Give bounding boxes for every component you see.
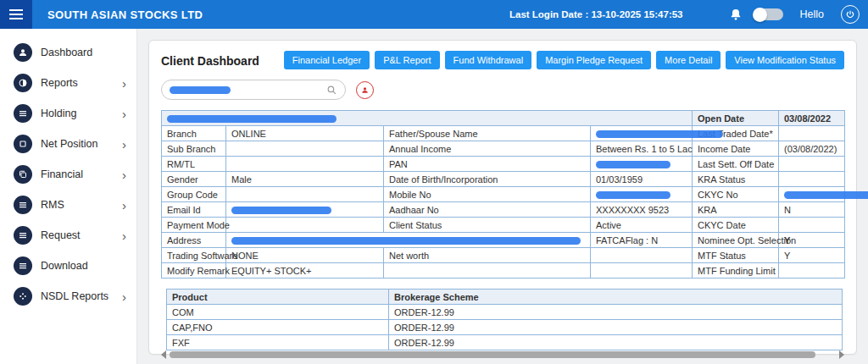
table-cell: KRA Status (693, 172, 779, 187)
table-cell (779, 263, 845, 279)
table-cell: CKYC Date (693, 218, 779, 233)
scrollbar-thumb[interactable] (170, 351, 815, 358)
hamburger-icon (9, 7, 23, 22)
horizontal-scrollbar (161, 350, 844, 359)
fund-withdrawal-button[interactable]: Fund Withdrawal (445, 51, 532, 69)
table-cell: Email Id (162, 202, 226, 218)
user-icon (14, 43, 32, 62)
sidebar-item-download[interactable]: Download (0, 251, 136, 281)
sidebar-item-holding[interactable]: Holding › (0, 98, 136, 129)
table-cell: Brokerage Scheme (389, 290, 843, 305)
more-detail-button[interactable]: More Detail (656, 51, 721, 69)
table-cell: ORDER-12.99 (389, 305, 843, 320)
table-cell-redacted (591, 157, 693, 172)
client-badge-icon[interactable] (356, 81, 374, 99)
chevron-right-icon: › (122, 168, 126, 181)
table-cell: Aadhaar No (384, 202, 591, 218)
table-cell: EQUITY+ STOCK+ (226, 263, 384, 279)
table-cell: Y (779, 233, 845, 248)
table-cell: Branch (162, 126, 226, 141)
table-cell (384, 263, 591, 279)
list-icon (14, 196, 32, 214)
table-cell-redacted (591, 187, 693, 202)
sidebar-item-reports[interactable]: Reports › (0, 68, 136, 98)
scroll-right-arrow-icon[interactable] (839, 350, 844, 359)
table-cell: Product (167, 290, 389, 305)
sidebar-item-dashboard[interactable]: Dashboard (0, 37, 136, 68)
dots-icon (14, 287, 32, 306)
redacted-text (231, 207, 331, 214)
sidebar-item-nsdl-reports[interactable]: NSDL Reports › (0, 281, 136, 312)
table-cell (226, 157, 384, 172)
theme-toggle-switch[interactable] (754, 8, 783, 20)
table-cell: 01/03/1959 (591, 172, 693, 187)
topbar-right: Last Login Date : 13-10-2025 15:47:53 He… (509, 0, 860, 29)
sidebar-item-net-position[interactable]: Net Position › (0, 129, 136, 159)
table-cell-redacted (226, 202, 384, 218)
hamburger-menu-button[interactable] (0, 0, 32, 29)
sidebar-item-request[interactable]: Request › (0, 220, 136, 251)
pl-report-button[interactable]: P&L Report (375, 51, 439, 69)
table-cell-redacted (226, 233, 591, 248)
sidebar: Dashboard Reports › Holding › Net Positi… (0, 29, 137, 364)
list-icon (14, 226, 32, 245)
sidebar-item-label: Net Position (41, 138, 97, 150)
table-cell: Address (162, 233, 226, 248)
sidebar-item-label: Request (41, 229, 81, 241)
table-cell: FXF (167, 335, 389, 350)
table-cell: Annual Income (384, 141, 591, 157)
sidebar-item-financial[interactable]: Financial › (0, 159, 136, 190)
sidebar-item-label: Holding (41, 108, 76, 119)
table-cell: (03/08/2022) (779, 141, 845, 157)
table-cell: ORDER-12.99 (389, 320, 843, 335)
list-icon (14, 104, 32, 123)
table-cell-redacted (162, 111, 693, 126)
table-cell: Payment Mode (162, 218, 226, 233)
redacted-text (167, 115, 337, 123)
table-cell: Active (591, 218, 693, 233)
table-cell: Sub Branch (162, 141, 226, 157)
sidebar-item-label: NSDL Reports (41, 290, 108, 302)
financial-ledger-button[interactable]: Financial Ledger (284, 51, 370, 69)
list-icon (14, 256, 32, 275)
table-cell: NONE (226, 248, 384, 263)
client-search-input[interactable] (161, 80, 346, 100)
toggle-knob (753, 8, 767, 22)
chevron-right-icon: › (122, 199, 126, 212)
square-icon (14, 135, 32, 153)
table-cell: Modify Remark (162, 263, 226, 279)
margin-pledge-request-button[interactable]: Margin Pledge Request (537, 51, 651, 69)
table-cell: Between Rs. 1 to 5 Lac (591, 141, 693, 157)
table-cell: Date of Birth/Incorporation (384, 172, 591, 187)
table-cell (226, 187, 384, 202)
chevron-right-icon: › (122, 138, 126, 151)
table-cell-redacted (591, 126, 693, 141)
scrollbar-track[interactable] (170, 351, 836, 358)
notification-bell-icon[interactable] (729, 8, 743, 21)
top-bar: SOUTH ASIAN STOCKS LTD Last Login Date :… (0, 0, 868, 29)
table-cell: MTF Funding Limit (693, 263, 779, 279)
scroll-left-arrow-icon[interactable] (161, 350, 166, 359)
sidebar-item-label: Dashboard (41, 47, 92, 58)
sidebar-item-rms[interactable]: RMS › (0, 190, 136, 220)
table-cell: Gender (162, 172, 226, 187)
table-cell: Income Date (693, 141, 779, 157)
pie-icon (14, 74, 32, 92)
copy-icon (14, 165, 32, 184)
redacted-text (784, 191, 868, 199)
table-cell (226, 141, 384, 157)
table-cell: XXXXXXXX 9523 (591, 202, 693, 218)
table-cell: Last Sett. Off Date (693, 157, 779, 172)
table-cell: Nominee Opt. Selection (693, 233, 779, 248)
redacted-search-text (170, 86, 231, 94)
table-cell: Net worth (384, 248, 591, 263)
page-title: Client Dashboard (161, 51, 259, 68)
action-buttons: Financial Ledger P&L Report Fund Withdra… (284, 51, 844, 69)
redacted-text (596, 161, 670, 168)
table-cell: KRA (693, 202, 779, 218)
chevron-right-icon: › (122, 108, 126, 120)
last-login-date: Last Login Date : 13-10-2025 15:47:53 (509, 9, 683, 19)
view-modification-status-button[interactable]: View Modification Status (726, 51, 844, 69)
power-logout-icon[interactable] (841, 5, 860, 24)
table-cell: PAN (384, 157, 591, 172)
